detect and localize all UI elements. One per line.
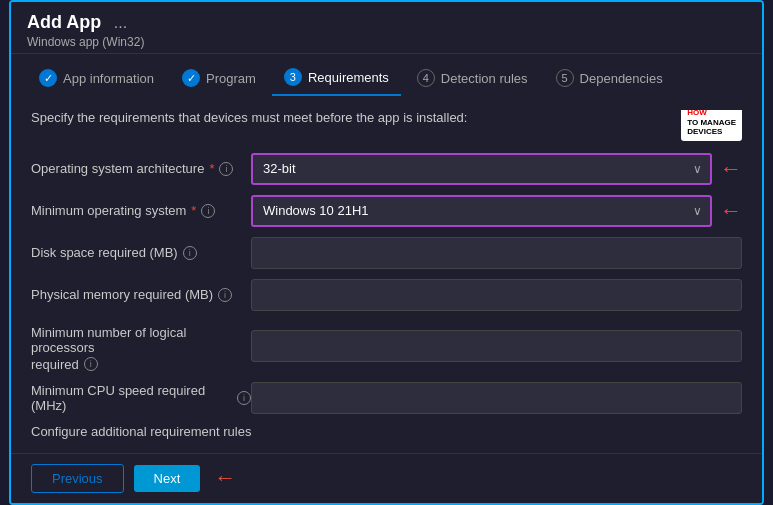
tab-icon-detection-rules: 4 (417, 69, 435, 87)
tab-icon-program: ✓ (182, 69, 200, 87)
required-indicator: * (209, 161, 214, 176)
window-title: Add App (27, 12, 101, 32)
tab-dependencies[interactable]: 5 Dependencies (544, 63, 675, 95)
additional-requirements-link[interactable]: Configure additional requirement rules (31, 424, 742, 439)
control-cpu-speed (251, 382, 742, 414)
tab-detection-rules[interactable]: 4 Detection rules (405, 63, 540, 95)
previous-button[interactable]: Previous (31, 464, 124, 493)
input-cpu-speed[interactable] (251, 382, 742, 414)
tab-program[interactable]: ✓ Program (170, 63, 268, 95)
ellipsis-menu[interactable]: ... (114, 14, 127, 31)
info-icon-os-architecture[interactable]: i (219, 162, 233, 176)
field-min-os: Minimum operating system * i Windows 10 … (31, 195, 742, 227)
field-os-architecture: Operating system architecture * i 32-bit… (31, 153, 742, 185)
info-icon-min-os[interactable]: i (201, 204, 215, 218)
tab-icon-dependencies: 5 (556, 69, 574, 87)
input-disk-space[interactable] (251, 237, 742, 269)
select-min-os[interactable]: Windows 10 21H1 Windows 10 20H2 Windows … (251, 195, 712, 227)
window-subtitle: Windows app (Win32) (27, 35, 746, 49)
tab-label-app-information: App information (63, 71, 154, 86)
page-description: Specify the requirements that devices mu… (31, 110, 742, 125)
label-os-architecture: Operating system architecture * i (31, 161, 251, 176)
control-os-architecture: 32-bit 64-bit 32-bit and 64-bit (251, 153, 712, 185)
field-physical-memory: Physical memory required (MB) i (31, 279, 742, 311)
tab-icon-requirements: 3 (284, 68, 302, 86)
control-disk-space (251, 237, 742, 269)
field-cpu-speed: Minimum CPU speed required (MHz) i (31, 382, 742, 414)
select-wrapper-os-architecture: 32-bit 64-bit 32-bit and 64-bit (251, 153, 712, 185)
info-icon-physical-memory[interactable]: i (218, 288, 232, 302)
tab-bar: ✓ App information ✓ Program 3 Requiremen… (11, 54, 762, 96)
required-indicator-minos: * (191, 203, 196, 218)
tab-requirements[interactable]: 3 Requirements (272, 62, 401, 96)
select-wrapper-min-os: Windows 10 21H1 Windows 10 20H2 Windows … (251, 195, 712, 227)
field-logical-processors: Minimum number of logical processors req… (31, 321, 742, 372)
arrow-min-os: ← (720, 198, 742, 224)
tab-label-dependencies: Dependencies (580, 71, 663, 86)
main-content: HOW TO MANAGE DEVICES Specify the requir… (11, 96, 762, 453)
select-os-architecture[interactable]: 32-bit 64-bit 32-bit and 64-bit (251, 153, 712, 185)
control-logical-processors (251, 330, 742, 362)
field-disk-space: Disk space required (MB) i (31, 237, 742, 269)
control-min-os: Windows 10 21H1 Windows 10 20H2 Windows … (251, 195, 712, 227)
tab-label-detection-rules: Detection rules (441, 71, 528, 86)
control-physical-memory (251, 279, 742, 311)
tab-label-program: Program (206, 71, 256, 86)
input-physical-memory[interactable] (251, 279, 742, 311)
arrow-next: ← (214, 465, 236, 491)
info-icon-disk-space[interactable]: i (183, 246, 197, 260)
next-button[interactable]: Next (134, 465, 201, 492)
footer: Previous Next ← (11, 453, 762, 503)
title-bar: Add App ... Windows app (Win32) (11, 2, 762, 54)
label-disk-space: Disk space required (MB) i (31, 245, 251, 260)
label-min-os: Minimum operating system * i (31, 203, 251, 218)
label-logical-processors: Minimum number of logical processors req… (31, 321, 251, 372)
tab-label-requirements: Requirements (308, 70, 389, 85)
label-cpu-speed: Minimum CPU speed required (MHz) i (31, 383, 251, 413)
arrow-os-architecture: ← (720, 156, 742, 182)
info-icon-logical-processors[interactable]: i (84, 357, 98, 371)
add-app-window: Add App ... Windows app (Win32) ✓ App in… (9, 0, 764, 505)
watermark: HOW TO MANAGE DEVICES (681, 110, 742, 141)
label-physical-memory: Physical memory required (MB) i (31, 287, 251, 302)
tab-icon-app-information: ✓ (39, 69, 57, 87)
info-icon-cpu-speed[interactable]: i (237, 391, 251, 405)
tab-app-information[interactable]: ✓ App information (27, 63, 166, 95)
input-logical-processors[interactable] (251, 330, 742, 362)
